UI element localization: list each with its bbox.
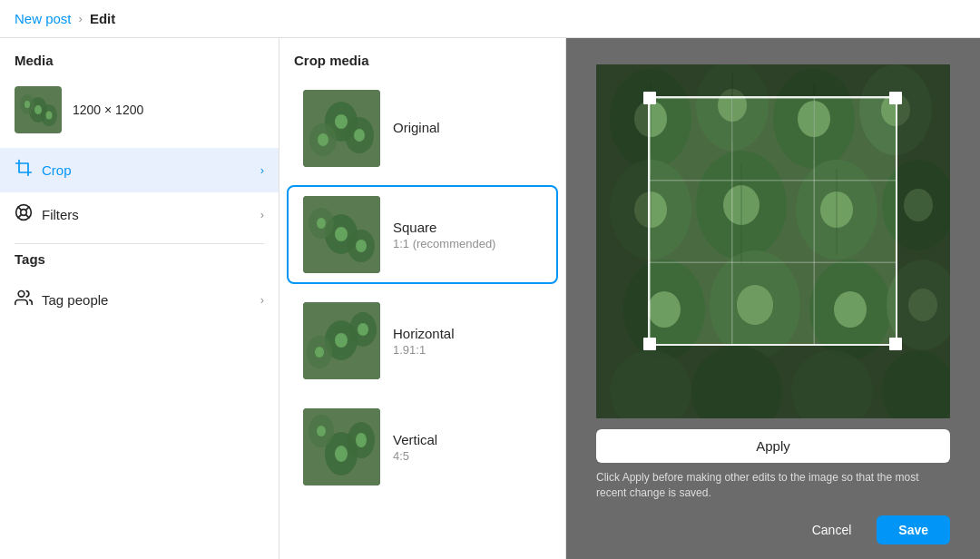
crop-option-square[interactable]: Square 1:1 (recommended) bbox=[287, 185, 558, 284]
svg-point-5 bbox=[24, 101, 30, 108]
crop-option-original-name: Original bbox=[393, 120, 542, 135]
svg-point-25 bbox=[335, 227, 348, 241]
apply-notice: Click Apply before making other edits to… bbox=[596, 470, 950, 501]
handle-bottom-right[interactable] bbox=[889, 338, 902, 350]
filters-icon bbox=[15, 203, 33, 225]
svg-point-33 bbox=[315, 347, 324, 358]
handle-top-right[interactable] bbox=[889, 92, 902, 104]
crop-option-vertical-ratio: 4:5 bbox=[393, 449, 542, 463]
save-button[interactable]: Save bbox=[877, 515, 950, 544]
tag-people-icon bbox=[15, 289, 33, 310]
menu-item-crop[interactable]: Crop › bbox=[0, 148, 279, 192]
crop-frame bbox=[596, 64, 950, 418]
filters-label: Filters bbox=[42, 207, 79, 222]
middle-panel: Crop media Original bbox=[279, 38, 566, 559]
crop-overlay[interactable] bbox=[648, 96, 897, 346]
svg-line-11 bbox=[25, 207, 29, 211]
tags-section-title: Tags bbox=[0, 251, 279, 278]
crop-option-horizontal-ratio: 1.91:1 bbox=[393, 343, 542, 357]
crop-mask-bottom bbox=[596, 346, 950, 418]
crop-option-vertical-name: Vertical bbox=[393, 432, 542, 447]
filters-chevron: › bbox=[260, 208, 264, 221]
left-panel: Media 1200 × 1200 bbox=[0, 38, 279, 559]
crop-label: Crop bbox=[42, 162, 72, 178]
breadcrumb-new-post[interactable]: New post bbox=[15, 11, 72, 26]
crop-option-vertical[interactable]: Vertical 4:5 bbox=[287, 397, 558, 496]
handle-top-left[interactable] bbox=[643, 92, 656, 104]
thumbnail-size: 1200 × 1200 bbox=[73, 103, 143, 117]
crop-media-title: Crop media bbox=[279, 38, 565, 79]
crop-chevron: › bbox=[260, 163, 264, 177]
svg-point-19 bbox=[318, 133, 328, 146]
svg-line-10 bbox=[25, 214, 29, 218]
svg-point-26 bbox=[317, 218, 326, 229]
cancel-button[interactable]: Cancel bbox=[794, 515, 870, 544]
panel-divider bbox=[15, 243, 264, 244]
crop-thumb-vertical bbox=[303, 408, 380, 485]
bottom-controls: Apply Click Apply before making other ed… bbox=[596, 429, 950, 544]
right-panel: Apply Click Apply before making other ed… bbox=[566, 38, 980, 559]
svg-point-6 bbox=[46, 112, 53, 120]
crop-mask-right bbox=[897, 96, 950, 346]
crop-mask-left bbox=[596, 96, 648, 346]
tag-people-chevron: › bbox=[260, 293, 264, 307]
svg-point-4 bbox=[34, 105, 42, 114]
crop-option-horizontal-name: Horizontal bbox=[393, 326, 542, 341]
svg-point-41 bbox=[356, 433, 367, 447]
svg-line-12 bbox=[18, 214, 22, 218]
svg-point-40 bbox=[317, 426, 326, 436]
crop-icon bbox=[15, 159, 33, 181]
svg-point-32 bbox=[335, 333, 348, 348]
apply-button[interactable]: Apply bbox=[596, 429, 950, 463]
media-section-title: Media bbox=[0, 53, 279, 79]
footer-buttons: Cancel Save bbox=[596, 512, 950, 544]
header: New post › Edit bbox=[0, 0, 980, 38]
svg-point-18 bbox=[335, 114, 348, 129]
menu-item-filters[interactable]: Filters › bbox=[0, 192, 279, 236]
svg-line-9 bbox=[18, 207, 22, 211]
media-thumbnail-row: 1200 × 1200 bbox=[0, 79, 279, 141]
tag-people-label: Tag people bbox=[42, 292, 108, 308]
crop-thumb-original bbox=[303, 90, 380, 167]
breadcrumb-separator: › bbox=[79, 12, 83, 25]
main-layout: Media 1200 × 1200 bbox=[0, 38, 980, 559]
crop-option-square-name: Square bbox=[393, 220, 542, 235]
crop-thumb-horizontal bbox=[303, 302, 380, 379]
breadcrumb-current: Edit bbox=[90, 11, 115, 26]
crop-option-horizontal[interactable]: Horizontal 1.91:1 bbox=[287, 291, 558, 390]
svg-point-39 bbox=[335, 446, 348, 462]
handle-bottom-left[interactable] bbox=[643, 338, 656, 350]
image-preview bbox=[581, 53, 965, 429]
svg-point-34 bbox=[358, 323, 368, 336]
menu-item-tag-people[interactable]: Tag people › bbox=[0, 278, 279, 321]
thumbnail-image bbox=[15, 86, 62, 133]
crop-option-original[interactable]: Original bbox=[287, 79, 558, 178]
svg-point-13 bbox=[18, 291, 24, 298]
svg-point-20 bbox=[354, 129, 365, 142]
crop-option-square-ratio: 1:1 (recommended) bbox=[393, 237, 542, 250]
svg-point-27 bbox=[356, 240, 367, 252]
crop-thumb-square bbox=[303, 196, 380, 273]
